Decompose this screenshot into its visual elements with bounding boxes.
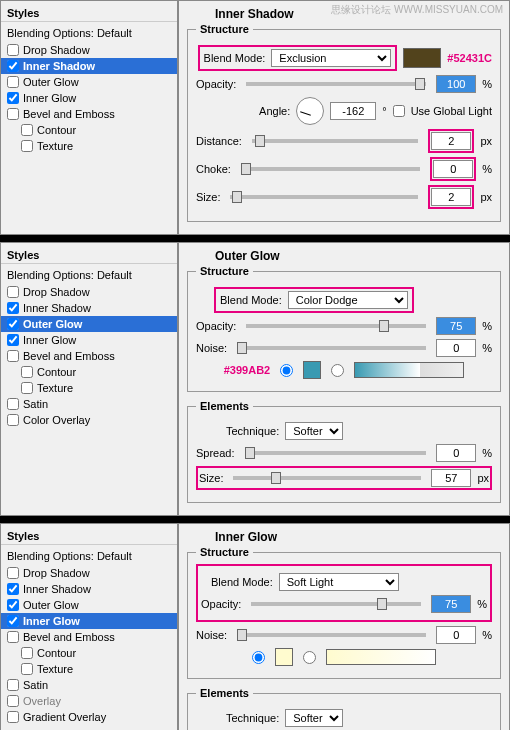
color-annotation: #52431C: [447, 52, 492, 64]
opacity-input[interactable]: [436, 75, 476, 93]
noise-slider[interactable]: [237, 346, 426, 350]
choke-label: Choke:: [196, 163, 231, 175]
inner-glow-checkbox[interactable]: [7, 92, 19, 104]
inner-shadow-options: 思缘设计论坛 WWW.MISSYUAN.COM Inner Shadow Str…: [178, 0, 510, 235]
structure-legend: Structure: [196, 23, 253, 35]
effect-texture[interactable]: Texture: [1, 380, 177, 396]
glow-gradient-select[interactable]: [354, 362, 464, 378]
panel-title: Inner Glow: [215, 530, 501, 544]
noise-input[interactable]: [436, 339, 476, 357]
elements-group: Elements Technique:Softer Source:CenterE…: [187, 687, 501, 730]
size-input[interactable]: [431, 188, 471, 206]
effect-satin[interactable]: Satin: [1, 396, 177, 412]
distance-input[interactable]: [431, 132, 471, 150]
effect-drop-shadow[interactable]: Drop Shadow: [1, 42, 177, 58]
bevel-checkbox[interactable]: [7, 108, 19, 120]
effect-inner-shadow[interactable]: Inner Shadow: [1, 300, 177, 316]
effect-inner-shadow[interactable]: Inner Shadow: [1, 58, 177, 74]
texture-checkbox[interactable]: [21, 140, 33, 152]
global-light-checkbox[interactable]: [393, 105, 405, 117]
opacity-slider[interactable]: [251, 602, 421, 606]
contour-checkbox[interactable]: [21, 124, 33, 136]
effect-satin[interactable]: Satin: [1, 677, 177, 693]
effect-contour[interactable]: Contour: [1, 122, 177, 138]
section-outer-glow: Styles Blending Options: Default Drop Sh…: [0, 242, 510, 516]
angle-label: Angle:: [259, 105, 290, 117]
choke-input[interactable]: [433, 160, 473, 178]
glow-gradient-radio[interactable]: [303, 651, 316, 664]
inner-shadow-checkbox[interactable]: [7, 60, 19, 72]
noise-slider[interactable]: [237, 633, 426, 637]
blending-options[interactable]: Blending Options: Default: [1, 266, 177, 284]
opacity-input[interactable]: [431, 595, 471, 613]
glow-solid-radio[interactable]: [252, 651, 265, 664]
effect-bevel-emboss[interactable]: Bevel and Emboss: [1, 348, 177, 364]
opacity-label: Opacity:: [196, 78, 236, 90]
size-input[interactable]: [431, 469, 471, 487]
watermark: 思缘设计论坛 WWW.MISSYUAN.COM: [331, 3, 503, 17]
distance-slider[interactable]: [252, 139, 419, 143]
elements-group: Elements Technique:Softer Spread:% Size:…: [187, 400, 501, 503]
glow-gradient-radio[interactable]: [331, 364, 344, 377]
blend-mode-row: Blend Mode: Exclusion: [198, 45, 398, 71]
blend-mode-row: Blend Mode: Color Dodge: [214, 287, 414, 313]
spread-slider[interactable]: [245, 451, 427, 455]
opacity-input[interactable]: [436, 317, 476, 335]
effect-inner-glow[interactable]: Inner Glow: [1, 90, 177, 106]
blending-options[interactable]: Blending Options: Default: [1, 24, 177, 42]
styles-header: Styles: [1, 5, 177, 22]
effect-texture[interactable]: Texture: [1, 661, 177, 677]
drop-shadow-checkbox[interactable]: [7, 44, 19, 56]
size-slider[interactable]: [233, 476, 421, 480]
inner-glow-options: Inner Glow Structure Blend Mode:Soft Lig…: [178, 523, 510, 730]
effect-gradient-overlay[interactable]: Gradient Overlay: [1, 709, 177, 725]
structure-group: Structure Blend Mode:Soft Light Opacity:…: [187, 546, 501, 679]
color-swatch[interactable]: [403, 48, 441, 68]
effect-inner-glow[interactable]: Inner Glow: [1, 332, 177, 348]
glow-solid-radio[interactable]: [280, 364, 293, 377]
technique-select[interactable]: Softer: [285, 709, 343, 727]
effect-outer-glow[interactable]: Outer Glow: [1, 597, 177, 613]
effect-outer-glow[interactable]: Outer Glow: [1, 74, 177, 90]
angle-input[interactable]: [330, 102, 376, 120]
outer-glow-options: Outer Glow Structure Blend Mode: Color D…: [178, 242, 510, 516]
effect-contour[interactable]: Contour: [1, 364, 177, 380]
effect-outer-glow[interactable]: Outer Glow: [1, 316, 177, 332]
blend-mode-select[interactable]: Exclusion: [271, 49, 391, 67]
styles-panel: Styles Blending Options: Default Drop Sh…: [0, 523, 178, 730]
effect-contour[interactable]: Contour: [1, 645, 177, 661]
section-inner-shadow: Styles Blending Options: Default Drop Sh…: [0, 0, 510, 235]
opacity-slider[interactable]: [246, 324, 426, 328]
color-annotation: #399AB2: [224, 364, 270, 376]
effect-color-overlay[interactable]: Color Overlay: [1, 412, 177, 428]
size-label: Size:: [196, 191, 220, 203]
blending-options[interactable]: Blending Options: Default: [1, 547, 177, 565]
blend-mode-label: Blend Mode:: [204, 52, 266, 64]
opacity-slider[interactable]: [246, 82, 426, 86]
effect-inner-shadow[interactable]: Inner Shadow: [1, 581, 177, 597]
angle-dial[interactable]: [296, 97, 324, 125]
noise-input[interactable]: [436, 626, 476, 644]
glow-color-swatch[interactable]: [303, 361, 321, 379]
outer-glow-checkbox[interactable]: [7, 76, 19, 88]
glow-color-swatch[interactable]: [275, 648, 293, 666]
styles-header: Styles: [1, 528, 177, 545]
effect-bevel-emboss[interactable]: Bevel and Emboss: [1, 629, 177, 645]
effect-color-overlay[interactable]: Overlay: [1, 693, 177, 709]
spread-input[interactable]: [436, 444, 476, 462]
blend-mode-select[interactable]: Color Dodge: [288, 291, 408, 309]
effect-drop-shadow[interactable]: Drop Shadow: [1, 565, 177, 581]
effect-inner-glow[interactable]: Inner Glow: [1, 613, 177, 629]
effect-texture[interactable]: Texture: [1, 138, 177, 154]
structure-group: Structure Blend Mode: Exclusion #52431C …: [187, 23, 501, 222]
choke-slider[interactable]: [241, 167, 420, 171]
size-slider[interactable]: [230, 195, 418, 199]
technique-select[interactable]: Softer: [285, 422, 343, 440]
effect-drop-shadow[interactable]: Drop Shadow: [1, 284, 177, 300]
blend-mode-select[interactable]: Soft Light: [279, 573, 399, 591]
distance-label: Distance:: [196, 135, 242, 147]
styles-panel: Styles Blending Options: Default Drop Sh…: [0, 0, 178, 235]
structure-group: Structure Blend Mode: Color Dodge Opacit…: [187, 265, 501, 392]
glow-gradient-select[interactable]: [326, 649, 436, 665]
effect-bevel-emboss[interactable]: Bevel and Emboss: [1, 106, 177, 122]
